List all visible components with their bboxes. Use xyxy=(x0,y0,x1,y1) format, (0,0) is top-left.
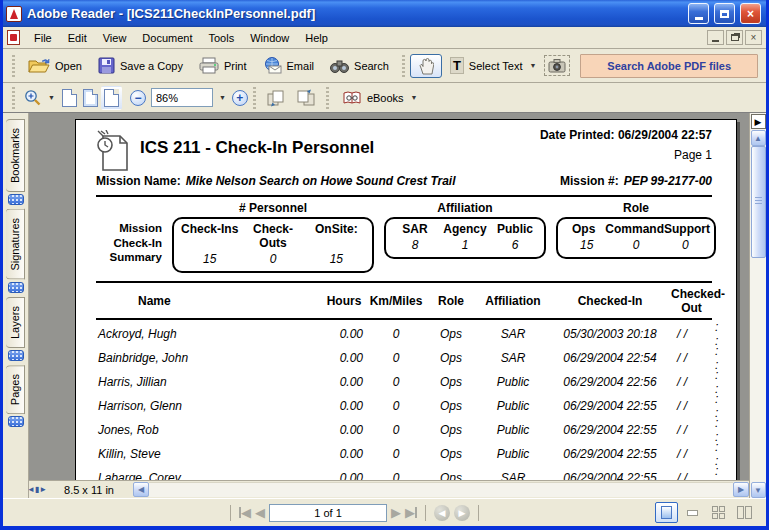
save-a-copy-button[interactable]: Save a Copy xyxy=(90,54,191,77)
menubar: FileEditViewDocumentToolsWindowHelp × xyxy=(3,27,766,49)
divider-rule xyxy=(96,195,712,197)
zoom-level-input[interactable] xyxy=(151,88,213,107)
date-printed-value: 06/29/2004 22:57 xyxy=(618,128,712,142)
sidebar-tab[interactable]: Signatures xyxy=(5,209,27,293)
magnifier-zoom-in-icon xyxy=(24,89,41,106)
mission-number-label: Mission #: xyxy=(560,174,619,188)
fit-width-button[interactable] xyxy=(101,86,122,110)
summary-column-label: SAR xyxy=(390,222,440,236)
menu-item[interactable]: View xyxy=(95,29,135,47)
actual-size-button[interactable] xyxy=(59,86,80,110)
first-page-button[interactable]: ◀ xyxy=(239,506,251,519)
previous-view-button[interactable] xyxy=(261,86,291,110)
scroll-up-button[interactable]: ▲ xyxy=(751,130,766,146)
close-button[interactable]: × xyxy=(740,3,761,24)
menu-item[interactable]: File xyxy=(26,29,60,47)
page-indicator[interactable]: 1 of 1 xyxy=(269,504,387,522)
expand-pane-button[interactable]: ▶ xyxy=(751,114,766,129)
email-button[interactable]: Email xyxy=(255,54,323,77)
table-row: Harris, Jillian 0.00 0 Ops Public 06/29/… xyxy=(96,368,712,392)
zoom-tool-button[interactable]: ▼ xyxy=(20,86,59,109)
summary-column-label: Ops xyxy=(562,222,605,236)
open-button[interactable]: Open xyxy=(20,54,90,77)
cell-affiliation: SAR xyxy=(477,471,549,480)
menu-item[interactable]: Window xyxy=(242,29,297,47)
cell-km-miles: 0 xyxy=(367,351,425,365)
minimize-button[interactable] xyxy=(688,3,709,24)
search-adobe-pdf-button[interactable]: Search Adobe PDF files xyxy=(580,54,758,78)
zoom-in-button[interactable]: + xyxy=(232,90,248,106)
fit-page-button[interactable] xyxy=(80,86,101,110)
single-page-button[interactable] xyxy=(655,502,678,523)
tab-grip-icon[interactable] xyxy=(8,416,24,427)
summary-column-label: Agency xyxy=(440,222,490,236)
cell-checked-in: 06/29/2004 22:55 xyxy=(549,399,671,413)
menu-item[interactable]: Help xyxy=(297,29,336,47)
tab-grip-icon[interactable] xyxy=(8,282,24,293)
scroll-left-button[interactable]: ◀ xyxy=(133,482,149,497)
facing-button[interactable] xyxy=(733,502,756,523)
scroll-down-button[interactable]: ▼ xyxy=(751,482,766,498)
tab-grip-icon[interactable] xyxy=(8,350,24,361)
select-text-button[interactable]: T Select Text ▼ xyxy=(442,54,545,77)
summary-box-title: # Personnel xyxy=(172,201,374,217)
ebooks-icon xyxy=(342,90,362,106)
go-forward-button[interactable]: ▶ xyxy=(454,505,470,521)
ebooks-button[interactable]: eBooks ▼ xyxy=(334,87,426,109)
document-minimize-button[interactable] xyxy=(707,30,724,45)
hand-tool-button[interactable] xyxy=(410,54,442,78)
toolbar-grip[interactable] xyxy=(253,87,256,109)
toolbar-grip[interactable] xyxy=(12,87,15,109)
pdf-document-icon[interactable] xyxy=(7,30,20,45)
fit-page-icon xyxy=(83,89,98,107)
pane-splitter-handle[interactable]: ◄▮► xyxy=(29,485,45,494)
continuous-button[interactable] xyxy=(681,502,704,523)
next-view-button[interactable] xyxy=(291,86,321,110)
sidebar-tab[interactable]: Pages xyxy=(5,365,27,427)
go-back-button[interactable]: ◀ xyxy=(434,505,450,521)
cell-checked-out-date: / / xyxy=(671,399,709,413)
sidebar-tab-label: Layers xyxy=(6,297,25,348)
menu-item[interactable]: Tools xyxy=(201,29,243,47)
toolbar-grip[interactable] xyxy=(402,55,405,77)
document-scroll-area[interactable]: ICS 211 - Check-In Personnel Date Printe… xyxy=(29,113,749,480)
menu-item[interactable]: Edit xyxy=(60,29,95,47)
tab-grip-icon[interactable] xyxy=(8,194,24,205)
sidebar-tab[interactable]: Layers xyxy=(5,297,27,361)
column-header: Affiliation xyxy=(477,294,549,308)
cell-hours: 0.00 xyxy=(321,423,367,437)
cell-checked-out-date: / / xyxy=(671,351,709,365)
toolbar-grip[interactable] xyxy=(12,55,15,77)
statusbar: ◀ ◀ 1 of 1 ▶ ▶ ◀ ▶ xyxy=(3,498,766,526)
sidebar-tab[interactable]: Bookmarks xyxy=(5,119,27,205)
cell-checked-out-date: / / xyxy=(671,423,709,437)
page-size-label: 8.5 x 11 in xyxy=(45,484,133,496)
maximize-button[interactable] xyxy=(714,3,735,24)
summary-value: 6 xyxy=(490,238,540,252)
snapshot-tool-button[interactable] xyxy=(544,55,570,76)
email-icon xyxy=(263,57,282,74)
print-button[interactable]: Print xyxy=(191,54,255,77)
zoom-dropdown-chevron-icon[interactable]: ▼ xyxy=(219,94,226,101)
column-header: Checked-Out xyxy=(671,287,712,315)
next-page-button[interactable]: ▶ xyxy=(391,506,401,519)
document-close-button[interactable]: × xyxy=(745,30,762,45)
previous-page-button[interactable]: ◀ xyxy=(255,506,265,519)
last-page-button[interactable]: ▶ xyxy=(405,506,417,519)
summary-column-label: Command xyxy=(605,222,664,236)
scroll-right-button[interactable]: ▶ xyxy=(733,482,749,497)
search-button[interactable]: Search xyxy=(322,55,397,77)
camera-icon xyxy=(548,58,566,73)
zoom-out-button[interactable]: − xyxy=(130,90,146,106)
horizontal-scrollbar-track[interactable] xyxy=(149,482,733,497)
scrollbar-thumb[interactable] xyxy=(751,146,766,258)
summary-value: 8 xyxy=(390,238,440,252)
cell-checked-in: 06/29/2004 22:55 xyxy=(549,447,671,461)
document-restore-button[interactable] xyxy=(726,30,743,45)
menu-item[interactable]: Document xyxy=(134,29,200,47)
continuous-icon xyxy=(687,510,698,516)
vertical-scrollbar: ▶ ▲ ▼ xyxy=(749,113,766,498)
close-icon: × xyxy=(747,8,754,20)
continuous-facing-button[interactable] xyxy=(707,502,730,523)
toolbar-grip[interactable] xyxy=(326,87,329,109)
